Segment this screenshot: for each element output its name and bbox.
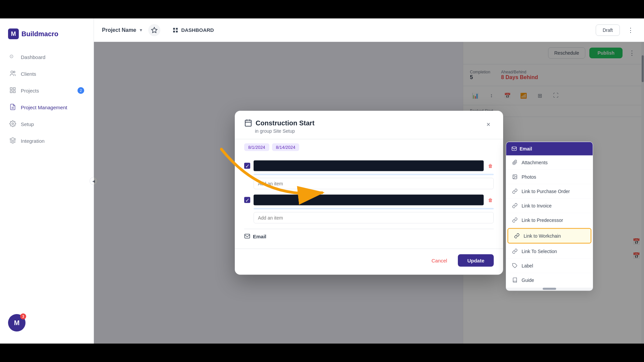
svg-rect-3 (13, 88, 15, 90)
dropdown-scrollbar-thumb (543, 288, 556, 290)
dropdown-item-link-predecessor[interactable]: Link to Predecessor (506, 213, 593, 228)
task-item-1: ✓ 🗑 (244, 161, 494, 171)
svg-rect-4 (10, 91, 12, 93)
dropdown-item-attachments[interactable]: Attachments (506, 156, 593, 170)
modal-title-text: Construction Start (256, 119, 315, 127)
svg-point-8 (12, 123, 14, 125)
dropdown-header-label: Email (520, 146, 532, 152)
link-predecessor-icon (512, 217, 518, 224)
projects-badge: 2 (77, 87, 84, 94)
integration-icon (9, 137, 17, 144)
more-options-button[interactable]: ⋮ (625, 25, 636, 36)
email-section: Email (244, 229, 494, 243)
add-item-row-2 (254, 212, 494, 224)
task-item-2: ✓ 🗑 (244, 195, 494, 205)
label-icon (512, 262, 518, 269)
top-black-bar (0, 0, 644, 18)
top-bar: Project Name ▼ DASHBOARD Draft ⋮ (94, 18, 644, 42)
link-invoice-icon (512, 202, 518, 209)
dropdown-email-icon (512, 146, 517, 152)
clients-icon (9, 70, 17, 77)
task-bar-1 (254, 161, 484, 171)
task-bar-2 (254, 195, 484, 205)
svg-rect-19 (245, 234, 250, 238)
app-logo: M Buildmacro (0, 25, 94, 49)
add-item-input-1[interactable] (254, 178, 494, 189)
app-name: Buildmacro (21, 30, 58, 38)
modal-title-section: Construction Start in group Site Setup (244, 119, 315, 134)
guide-label: Guide (522, 278, 534, 283)
sidebar-item-label: Setup (21, 121, 34, 127)
sidebar-item-setup[interactable]: Setup (4, 116, 90, 132)
dashboard-icon: ⊙ (9, 53, 17, 61)
link-selection-icon (512, 248, 518, 255)
modal-body: ✓ 🗑 ✓ 🗑 (235, 155, 503, 249)
svg-rect-2 (10, 88, 12, 90)
dropdown-item-link-invoice[interactable]: Link to Invoice (506, 199, 593, 213)
email-text: Email (253, 233, 266, 239)
dropdown-item-link-selection[interactable]: Link To Selection (506, 244, 593, 259)
link-invoice-label: Link to Invoice (522, 203, 552, 208)
sidebar: M Buildmacro ⊙ Dashboard Clients (0, 18, 94, 344)
sidebar-item-label: Project Management (21, 105, 67, 110)
content-body: Reschedule Publish ⋮ Completion 5 Ahead/… (94, 42, 644, 344)
modal-subtitle: in group Site Setup (244, 128, 315, 134)
sidebar-item-label: Dashboard (21, 54, 45, 60)
modal-header: Construction Start in group Site Setup × (235, 111, 503, 139)
sidebar-nav: ⊙ Dashboard Clients (0, 49, 94, 309)
project-icon[interactable] (148, 24, 160, 36)
sidebar-item-project-management[interactable]: Project Management (4, 100, 90, 115)
dropdown-scroll[interactable]: Attachments Photos (506, 156, 593, 288)
modal-close-button[interactable]: × (483, 119, 494, 130)
task-delete-1[interactable]: 🗑 (487, 163, 494, 169)
svg-marker-10 (152, 27, 157, 33)
dropdown-header: Email (506, 142, 593, 156)
dropdown-item-link-purchase-order[interactable]: Link to Purchase Order (506, 184, 593, 199)
dropdown-item-guide[interactable]: Guide (506, 273, 593, 288)
task-progress-1 (254, 174, 494, 175)
task-checkbox-2[interactable]: ✓ (244, 197, 250, 203)
attachments-icon (512, 159, 518, 166)
dashboard-text: DASHBOARD (181, 27, 214, 33)
task-checkbox-1[interactable]: ✓ (244, 163, 250, 169)
link-workchain-icon (514, 233, 520, 239)
draft-button[interactable]: Draft (596, 24, 620, 36)
bottom-black-bar (0, 344, 644, 362)
project-management-icon (9, 104, 17, 111)
modal-dialog: Construction Start in group Site Setup ×… (235, 111, 503, 275)
notification-badge: 3 (20, 313, 26, 319)
task-delete-2[interactable]: 🗑 (487, 197, 494, 203)
sidebar-item-label: Integration (21, 138, 45, 144)
email-icon (244, 233, 250, 239)
svg-point-1 (13, 71, 15, 73)
sidebar-item-projects[interactable]: Projects 2 (4, 83, 90, 98)
photos-icon (512, 174, 518, 180)
setup-icon (9, 120, 17, 128)
sidebar-item-clients[interactable]: Clients (4, 66, 90, 81)
svg-rect-5 (13, 91, 15, 93)
link-predecessor-label: Link to Predecessor (522, 218, 563, 223)
svg-point-22 (514, 176, 515, 176)
sidebar-item-integration[interactable]: Integration (4, 133, 90, 148)
update-button[interactable]: Update (458, 254, 494, 267)
svg-rect-20 (512, 147, 516, 150)
attachments-label: Attachments (522, 160, 548, 165)
add-item-row-1 (254, 178, 494, 189)
sidebar-item-label: Projects (21, 88, 39, 94)
add-item-input-2[interactable] (254, 212, 494, 224)
svg-rect-15 (245, 120, 251, 126)
dropdown-scrollbar[interactable] (506, 288, 593, 291)
link-purchase-order-icon (512, 188, 518, 195)
link-purchase-order-label: Link to Purchase Order (522, 189, 570, 194)
photos-label: Photos (522, 174, 536, 180)
email-label: Email (244, 233, 494, 239)
modal-dates: 8/1/2024 8/14/2024 (235, 139, 503, 155)
modal-footer: Cancel Update (235, 249, 503, 275)
dropdown-item-label[interactable]: Label (506, 259, 593, 273)
project-selector[interactable]: Project Name ▼ (102, 27, 143, 33)
dropdown-item-photos[interactable]: Photos (506, 170, 593, 184)
user-avatar[interactable]: M 3 (8, 314, 25, 331)
sidebar-item-dashboard[interactable]: ⊙ Dashboard (4, 49, 90, 65)
dropdown-item-link-workchain[interactable]: Link to Workchain (507, 228, 591, 244)
cancel-button[interactable]: Cancel (425, 254, 454, 267)
